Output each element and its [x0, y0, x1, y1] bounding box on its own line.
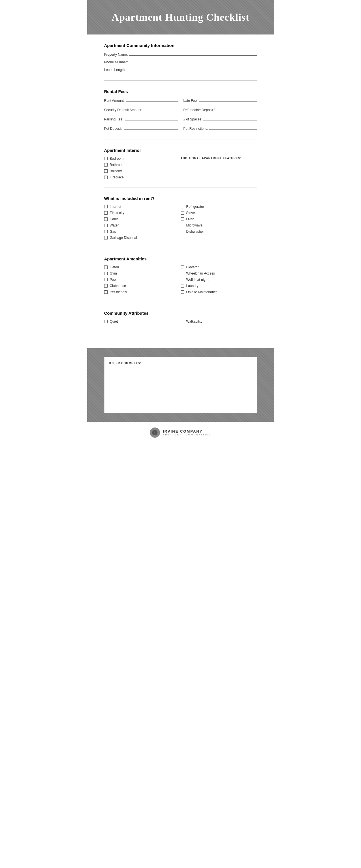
pet-deposit-line[interactable]	[124, 126, 178, 130]
interior-right: ADDITIONAL APARTMENT FEATURES:	[180, 157, 257, 182]
checkbox-gym[interactable]	[104, 272, 108, 275]
list-item[interactable]: Fireplace	[104, 175, 180, 179]
list-item[interactable]: Bedroom	[104, 157, 180, 161]
list-item[interactable]: Walkability	[180, 319, 257, 323]
checkbox-onsite-maintenance[interactable]	[180, 290, 184, 294]
list-item[interactable]: Pool	[104, 278, 180, 282]
list-item[interactable]: Electricity	[104, 211, 180, 215]
pet-restrictions-field: Pet Restrictions:	[184, 126, 257, 131]
checkbox-microwave[interactable]	[180, 224, 184, 227]
list-item[interactable]: Gated	[104, 265, 180, 269]
logo-icon: I	[150, 428, 160, 438]
list-item[interactable]: Internet	[104, 205, 180, 209]
checkbox-wheelchair-access[interactable]	[180, 272, 184, 275]
included-right: Refrigerator Stove Oven Microwave Dishwa…	[180, 205, 257, 242]
checkbox-fireplace[interactable]	[104, 176, 108, 179]
checkbox-pool[interactable]	[104, 278, 108, 281]
checkbox-label: Gated	[110, 265, 119, 269]
checkbox-walkability[interactable]	[180, 320, 184, 323]
list-item[interactable]: Balcony	[104, 169, 180, 173]
checkbox-label: Laundry	[186, 284, 198, 288]
checkbox-electricity[interactable]	[104, 211, 108, 215]
list-item[interactable]: Water	[104, 223, 180, 227]
list-item[interactable]: Clubhouse	[104, 284, 180, 288]
checkbox-label: Gym	[110, 272, 117, 275]
list-item[interactable]: Garbage Disposal	[104, 236, 180, 240]
checkbox-quiet[interactable]	[104, 320, 108, 323]
checkbox-cable[interactable]	[104, 217, 108, 221]
property-name-line[interactable]	[129, 52, 257, 56]
list-item[interactable]: Quiet	[104, 319, 180, 323]
late-fee-field: Late Fee:	[184, 98, 257, 103]
included-in-rent-title: What is included in rent?	[104, 196, 257, 201]
checkbox-gated[interactable]	[104, 266, 108, 269]
list-item[interactable]: Gas	[104, 229, 180, 234]
checkbox-internet[interactable]	[104, 205, 108, 208]
lease-length-line[interactable]	[127, 67, 257, 71]
checkbox-bedroom[interactable]	[104, 157, 108, 160]
list-item[interactable]: Stove	[180, 211, 257, 215]
checkbox-water[interactable]	[104, 224, 108, 227]
list-item[interactable]: Dishwasher	[180, 229, 257, 234]
checkbox-oven[interactable]	[180, 217, 184, 221]
checkbox-label: Fireplace	[110, 175, 124, 179]
num-spaces-line[interactable]	[203, 117, 257, 120]
list-item[interactable]: Wheelchair Access	[180, 272, 257, 275]
pet-restrictions-line[interactable]	[209, 126, 257, 130]
parking-fee-line[interactable]	[124, 117, 178, 120]
checkbox-refrigerator[interactable]	[180, 205, 184, 208]
checkbox-label: Cable	[110, 217, 119, 221]
checkbox-label: Elevator	[186, 265, 199, 269]
checkbox-gas[interactable]	[104, 230, 108, 233]
logo-container: I IRVINE COMPANY APARTMENT COMMUNITIES	[150, 428, 211, 438]
list-item[interactable]: Cable	[104, 217, 180, 221]
late-fee-line[interactable]	[199, 98, 257, 102]
refundable-deposit-line[interactable]	[216, 107, 257, 111]
list-item[interactable]: Well-lit at night	[180, 278, 257, 282]
svg-text:I: I	[155, 431, 156, 434]
refundable-deposit-field: Refundable Deposit?	[184, 107, 257, 112]
rent-amount-line[interactable]	[126, 98, 177, 102]
list-item[interactable]: Gym	[104, 272, 180, 275]
rental-fees-section: Rental Fees Rent Amount: Late Fee: Secur…	[104, 89, 257, 140]
list-item[interactable]: On-site Maintenance	[180, 290, 257, 294]
list-item[interactable]: Elevator	[180, 265, 257, 269]
checkbox-label: Bathroom	[110, 163, 124, 167]
comments-box[interactable]: OTHER COMMENTS:	[104, 357, 257, 413]
community-info-section: Apartment Community Information Property…	[104, 43, 257, 81]
apartment-interior-section: Apartment Interior Bedroom Bathroom Balc…	[104, 148, 257, 187]
pet-deposit-label: Pet Deposit:	[104, 127, 122, 131]
amenities-right: Elevator Wheelchair Access Well-lit at n…	[180, 265, 257, 296]
checkbox-label: Well-lit at night	[186, 278, 209, 282]
logo-footer: I IRVINE COMPANY APARTMENT COMMUNITIES	[87, 422, 274, 443]
checkbox-pet-friendly[interactable]	[104, 290, 108, 294]
list-item[interactable]: Laundry	[180, 284, 257, 288]
security-deposit-line[interactable]	[143, 107, 177, 111]
checkbox-label: Balcony	[110, 169, 122, 173]
list-item[interactable]: Oven	[180, 217, 257, 221]
community-attributes-grid: Quiet Walkability	[104, 319, 257, 326]
phone-number-line[interactable]	[129, 59, 257, 63]
list-item[interactable]: Pet-friendly	[104, 290, 180, 294]
checkbox-label: Walkability	[186, 319, 202, 323]
checkbox-well-lit[interactable]	[180, 278, 184, 281]
list-item[interactable]: Refrigerator	[180, 205, 257, 209]
checkbox-garbage-disposal[interactable]	[104, 236, 108, 240]
amenities-section: Apartment Amenities Gated Gym Pool Clubh…	[104, 256, 257, 302]
list-item[interactable]: Microwave	[180, 223, 257, 227]
checkbox-elevator[interactable]	[180, 266, 184, 269]
included-in-rent-section: What is included in rent? Internet Elect…	[104, 196, 257, 248]
checkbox-dishwasher[interactable]	[180, 230, 184, 233]
num-spaces-field: # of Spaces:	[184, 117, 257, 121]
checkbox-label: Water	[110, 223, 119, 227]
checkbox-clubhouse[interactable]	[104, 284, 108, 287]
checkbox-balcony[interactable]	[104, 169, 108, 173]
checkbox-stove[interactable]	[180, 211, 184, 215]
rent-amount-label: Rent Amount:	[104, 99, 125, 103]
checkbox-label: Quiet	[110, 319, 118, 323]
checkbox-laundry[interactable]	[180, 284, 184, 287]
interior-layout: Bedroom Bathroom Balcony Fireplace ADDIT…	[104, 157, 257, 182]
security-deposit-label: Security Deposit Amount:	[104, 108, 142, 112]
checkbox-bathroom[interactable]	[104, 163, 108, 166]
list-item[interactable]: Bathroom	[104, 163, 180, 167]
